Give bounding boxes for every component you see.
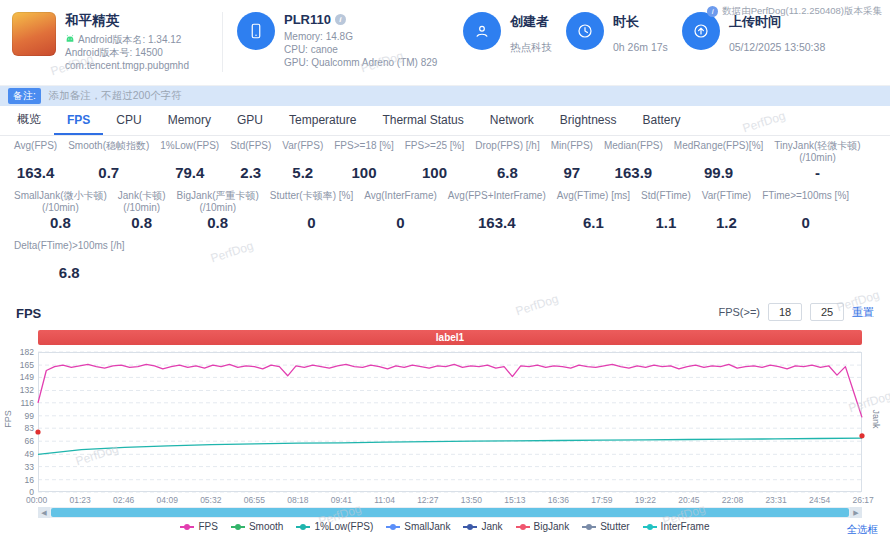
x-axis-tick: 06:55	[244, 495, 265, 505]
metric-cell: 1%Low(FPS)79.4	[160, 140, 219, 181]
chart-scrollbar[interactable]: ◀ ▶	[38, 507, 862, 518]
legend-item-SmallJank[interactable]: SmallJank	[386, 521, 450, 532]
metric-label: TinyJank(轻微卡顿) (/10min)	[774, 140, 860, 164]
metric-value: 0	[364, 214, 437, 231]
metric-cell: Delta(FTime)>100ms [/h]6.8	[14, 240, 125, 281]
fps-threshold-input-2[interactable]	[810, 303, 844, 321]
legend-label: Jank	[481, 521, 502, 532]
metric-cell: BigJank(严重卡顿) (/10min)0.8	[177, 190, 259, 231]
tab-FPS[interactable]: FPS	[54, 106, 103, 135]
metric-label: Median(FPS)	[604, 140, 663, 164]
tab-Temperature[interactable]: Temperature	[276, 106, 369, 135]
tab-Thermal Status[interactable]: Thermal Status	[369, 106, 476, 135]
metric-value: 97	[551, 164, 593, 181]
duration-label: 时长	[613, 13, 668, 31]
metric-value: 2.3	[230, 164, 271, 181]
tab-GPU[interactable]: GPU	[224, 106, 276, 135]
x-axis-tick: 05:32	[200, 495, 221, 505]
clock-icon	[566, 12, 604, 50]
legend-label: Smooth	[249, 521, 283, 532]
metric-cell: Avg(FTime) [ms]6.1	[557, 190, 630, 231]
legend-item-BigJank[interactable]: BigJank	[516, 521, 570, 532]
metric-cell: Jank(卡顿) (/10min)0.8	[118, 190, 166, 231]
y-axis-tick: 149	[8, 373, 34, 382]
collect-note: i 数据由PerfDog(11.2.250408)版本采集	[707, 5, 882, 18]
watermark: PerfDog	[514, 292, 560, 319]
metric-cell: SmallJank(微小卡顿) (/10min)0.8	[14, 190, 107, 231]
y-axis-tick: 33	[8, 463, 34, 472]
metric-value: 1.1	[641, 214, 691, 231]
metric-value: -	[774, 164, 860, 181]
device-cpu: CPU: canoe	[284, 43, 437, 56]
legend-marker-icon	[643, 526, 657, 528]
tab-Battery[interactable]: Battery	[630, 106, 694, 135]
collect-note-text: 数据由PerfDog(11.2.250408)版本采集	[722, 5, 882, 18]
metric-label: FPS>=18 [%]	[334, 140, 393, 164]
x-axis-tick: 22:08	[722, 495, 743, 505]
legend-item-FPS[interactable]: FPS	[180, 521, 217, 532]
legend-item-Stutter[interactable]: Stutter	[582, 521, 629, 532]
creator-value: 热点科技	[510, 41, 552, 55]
metric-label: MedRange(FPS)[%]	[674, 140, 763, 164]
legend-item-Jank[interactable]: Jank	[463, 521, 502, 532]
metric-label: Avg(InterFrame)	[364, 190, 437, 214]
metric-value: 100	[405, 164, 464, 181]
info-icon: i	[707, 6, 718, 17]
x-axis-tick: 11:04	[374, 495, 395, 505]
metric-cell: Std(FTime)1.1	[641, 190, 691, 231]
tab-概览[interactable]: 概览	[4, 106, 54, 135]
metric-label: Avg(FTime) [ms]	[557, 190, 630, 214]
metric-cell: TinyJank(轻微卡顿) (/10min)-	[774, 140, 860, 181]
legend-marker-icon	[231, 526, 245, 528]
metric-label: Avg(FPS+InterFrame)	[448, 190, 546, 214]
device-name: PLR110	[284, 12, 331, 27]
tab-Network[interactable]: Network	[477, 106, 547, 135]
header-divider	[222, 12, 223, 72]
metrics-row-3: Delta(FTime)>100ms [/h]6.8	[14, 240, 882, 281]
legend-item-Smooth[interactable]: Smooth	[231, 521, 283, 532]
reset-link[interactable]: 重置	[852, 305, 874, 320]
device-gpu: GPU: Qualcomm Adreno (TM) 829	[284, 56, 437, 69]
tab-Brightness[interactable]: Brightness	[547, 106, 630, 135]
metric-value: 0	[270, 214, 353, 231]
scrollbar-left-arrow[interactable]: ◀	[38, 507, 50, 518]
scrollbar-right-arrow[interactable]: ▶	[850, 507, 862, 518]
metric-label: Stutter(卡顿率) [%]	[270, 190, 353, 214]
metric-cell: Std(FPS)2.3	[230, 140, 271, 181]
device-info-icon[interactable]: i	[335, 14, 346, 25]
x-axis-tick: 13:50	[461, 495, 482, 505]
metric-label: Jank(卡顿) (/10min)	[118, 190, 166, 214]
x-axis-tick: 09:41	[331, 495, 352, 505]
legend-item-1%Low(FPS)[interactable]: 1%Low(FPS)	[296, 521, 373, 532]
legend-item-InterFrame[interactable]: InterFrame	[643, 521, 710, 532]
x-axis-tick: 26:17	[852, 495, 873, 505]
metric-value: 0.8	[177, 214, 259, 231]
note-input[interactable]: 添加备注，不超过200个字符	[49, 89, 182, 103]
chart-legend: FPSSmooth1%Low(FPS)SmallJankJankBigJankS…	[0, 521, 890, 532]
legend-marker-icon	[296, 526, 310, 528]
y-axis-label-right: Jank	[871, 399, 881, 439]
y-axis-label-left: FPS	[3, 399, 13, 439]
fps-threshold-input-1[interactable]	[768, 303, 802, 321]
legend-marker-icon	[516, 526, 530, 528]
y-axis-tick: 165	[8, 361, 34, 370]
metric-value: 99.9	[674, 164, 763, 181]
x-axis: 00:0001:2302:4604:0905:3206:5508:1809:41…	[26, 495, 874, 505]
metrics-panel: Avg(FPS)163.4Smooth(稳帧指数)0.71%Low(FPS)79…	[14, 140, 882, 290]
metric-cell: FTime>=100ms [%]0	[762, 190, 849, 231]
select-all-link[interactable]: 全选框	[847, 523, 879, 537]
android-icon	[65, 33, 75, 46]
scrollbar-thumb[interactable]	[51, 508, 849, 517]
chart-label-bar[interactable]: label1	[38, 330, 862, 345]
tab-Memory[interactable]: Memory	[155, 106, 224, 135]
metric-cell: Median(FPS)163.9	[604, 140, 663, 181]
device-info: PLR110 i Memory: 14.8G CPU: canoe GPU: Q…	[237, 12, 449, 69]
metrics-row-1: Avg(FPS)163.4Smooth(稳帧指数)0.71%Low(FPS)79…	[14, 140, 882, 181]
tab-CPU[interactable]: CPU	[103, 106, 154, 135]
metric-label: FPS>=25 [%]	[405, 140, 464, 164]
x-axis-tick: 23:31	[765, 495, 786, 505]
legend-marker-icon	[180, 526, 194, 528]
legend-marker-icon	[386, 526, 400, 528]
duration-block: 时长 0h 26m 17s	[566, 12, 668, 53]
tabs: 概览FPSCPUMemoryGPUTemperatureThermal Stat…	[0, 106, 890, 136]
